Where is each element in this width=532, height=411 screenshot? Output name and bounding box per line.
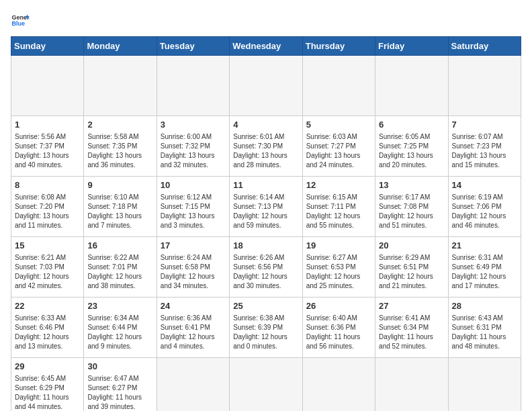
calendar-cell: 26Sunrise: 6:40 AMSunset: 6:36 PMDayligh… xyxy=(302,298,375,358)
calendar-cell xyxy=(448,358,521,412)
calendar-cell: 21Sunrise: 6:31 AMSunset: 6:49 PMDayligh… xyxy=(448,237,521,298)
day-number: 28 xyxy=(452,300,517,312)
logo-icon: General Blue xyxy=(11,11,30,30)
cell-text: Sunrise: 6:14 AM xyxy=(233,193,298,202)
cell-text: Sunset: 6:49 PM xyxy=(452,263,517,272)
cell-text: Sunrise: 6:26 AM xyxy=(233,253,298,263)
day-number: 29 xyxy=(15,361,80,373)
cell-text: Sunset: 6:34 PM xyxy=(379,323,444,332)
cell-text: Sunset: 6:44 PM xyxy=(87,323,152,332)
page-header: General Blue xyxy=(11,11,521,30)
calendar-cell: 22Sunrise: 6:33 AMSunset: 6:46 PMDayligh… xyxy=(11,298,84,358)
svg-text:Blue: Blue xyxy=(11,20,25,27)
calendar-cell: 23Sunrise: 6:34 AMSunset: 6:44 PMDayligh… xyxy=(84,298,157,358)
calendar-cell: 6Sunrise: 6:05 AMSunset: 7:25 PMDaylight… xyxy=(375,116,448,177)
day-number: 13 xyxy=(379,179,444,191)
cell-text: Daylight: 11 hours xyxy=(306,332,371,342)
calendar-cell: 20Sunrise: 6:29 AMSunset: 6:51 PMDayligh… xyxy=(375,237,448,298)
header-day: Sunday xyxy=(11,37,84,56)
cell-text: and 11 minutes. xyxy=(15,221,80,230)
calendar-cell: 2Sunrise: 5:58 AMSunset: 7:35 PMDaylight… xyxy=(84,116,157,177)
cell-text: Daylight: 13 hours xyxy=(87,151,152,161)
cell-text: and 44 minutes. xyxy=(15,402,80,411)
cell-text: Sunset: 6:46 PM xyxy=(15,323,80,332)
cell-text: Sunrise: 6:47 AM xyxy=(87,374,152,383)
header-day: Wednesday xyxy=(230,37,302,56)
cell-text: Sunset: 7:20 PM xyxy=(15,202,80,212)
week-row: 15Sunrise: 6:21 AMSunset: 7:03 PMDayligh… xyxy=(11,237,521,298)
cell-text: and 0 minutes. xyxy=(233,342,298,351)
cell-text: and 28 minutes. xyxy=(233,161,298,170)
cell-text: Sunset: 7:35 PM xyxy=(87,142,152,151)
calendar-cell xyxy=(157,358,229,412)
calendar-cell xyxy=(375,56,448,116)
header-row: SundayMondayTuesdayWednesdayThursdayFrid… xyxy=(11,37,521,56)
cell-text: Daylight: 13 hours xyxy=(452,151,517,161)
day-number: 18 xyxy=(233,240,298,252)
cell-text: Sunrise: 6:17 AM xyxy=(379,193,444,202)
day-number: 7 xyxy=(452,119,517,131)
cell-text: Sunrise: 6:00 AM xyxy=(161,132,226,142)
cell-text: and 38 minutes. xyxy=(87,281,152,291)
cell-text: Sunset: 6:53 PM xyxy=(306,263,371,272)
cell-text: Sunset: 7:13 PM xyxy=(233,202,298,212)
cell-text: Sunrise: 6:21 AM xyxy=(15,253,80,263)
cell-text: Daylight: 13 hours xyxy=(161,212,226,221)
day-number: 15 xyxy=(15,240,80,252)
cell-text: Sunset: 7:11 PM xyxy=(306,202,371,212)
calendar-cell: 4Sunrise: 6:01 AMSunset: 7:30 PMDaylight… xyxy=(230,116,302,177)
calendar-cell: 5Sunrise: 6:03 AMSunset: 7:27 PMDaylight… xyxy=(302,116,375,177)
cell-text: Sunset: 6:31 PM xyxy=(452,323,517,332)
cell-text: Daylight: 12 hours xyxy=(87,332,152,342)
cell-text: Sunset: 7:01 PM xyxy=(87,263,152,272)
cell-text: Sunset: 7:08 PM xyxy=(379,202,444,212)
cell-text: Sunset: 7:25 PM xyxy=(379,142,444,151)
cell-text: and 25 minutes. xyxy=(306,281,371,291)
cell-text: Sunset: 7:32 PM xyxy=(161,142,226,151)
cell-text: Daylight: 11 hours xyxy=(379,332,444,342)
calendar-cell: 12Sunrise: 6:15 AMSunset: 7:11 PMDayligh… xyxy=(302,177,375,237)
cell-text: and 48 minutes. xyxy=(452,342,517,351)
cell-text: Sunset: 7:30 PM xyxy=(233,142,298,151)
cell-text: Sunrise: 6:27 AM xyxy=(306,253,371,263)
calendar-table: SundayMondayTuesdayWednesdayThursdayFrid… xyxy=(11,36,521,411)
cell-text: and 32 minutes. xyxy=(161,161,226,170)
cell-text: Sunrise: 6:15 AM xyxy=(306,193,371,202)
day-number: 24 xyxy=(161,300,226,312)
day-number: 17 xyxy=(161,240,226,252)
calendar-cell: 15Sunrise: 6:21 AMSunset: 7:03 PMDayligh… xyxy=(11,237,84,298)
day-number: 4 xyxy=(233,119,298,131)
cell-text: Sunrise: 6:08 AM xyxy=(15,193,80,202)
cell-text: and 36 minutes. xyxy=(87,161,152,170)
cell-text: Sunset: 6:29 PM xyxy=(15,383,80,393)
day-number: 1 xyxy=(15,119,80,131)
cell-text: and 4 minutes. xyxy=(161,342,226,351)
day-number: 14 xyxy=(452,179,517,191)
cell-text: Sunset: 6:51 PM xyxy=(379,263,444,272)
day-number: 12 xyxy=(306,179,371,191)
calendar-cell: 11Sunrise: 6:14 AMSunset: 7:13 PMDayligh… xyxy=(230,177,302,237)
cell-text: Daylight: 12 hours xyxy=(452,272,517,281)
cell-text: and 46 minutes. xyxy=(452,221,517,230)
cell-text: Sunset: 7:23 PM xyxy=(452,142,517,151)
cell-text: Sunset: 7:15 PM xyxy=(161,202,226,212)
logo: General Blue xyxy=(11,11,30,30)
calendar-cell: 24Sunrise: 6:36 AMSunset: 6:41 PMDayligh… xyxy=(157,298,229,358)
cell-text: Sunset: 6:41 PM xyxy=(161,323,226,332)
cell-text: and 42 minutes. xyxy=(15,281,80,291)
cell-text: Daylight: 12 hours xyxy=(233,332,298,342)
calendar-cell: 14Sunrise: 6:19 AMSunset: 7:06 PMDayligh… xyxy=(448,177,521,237)
day-number: 26 xyxy=(306,300,371,312)
cell-text: and 30 minutes. xyxy=(233,281,298,291)
week-row xyxy=(11,56,521,116)
cell-text: Sunrise: 6:12 AM xyxy=(161,193,226,202)
calendar-cell: 9Sunrise: 6:10 AMSunset: 7:18 PMDaylight… xyxy=(84,177,157,237)
cell-text: Sunrise: 6:36 AM xyxy=(161,314,226,323)
cell-text: Sunrise: 5:56 AM xyxy=(15,132,80,142)
cell-text: Sunrise: 6:24 AM xyxy=(161,253,226,263)
calendar-cell xyxy=(157,56,229,116)
week-row: 8Sunrise: 6:08 AMSunset: 7:20 PMDaylight… xyxy=(11,177,521,237)
cell-text: Sunset: 6:27 PM xyxy=(87,383,152,393)
cell-text: Sunrise: 6:03 AM xyxy=(306,132,371,142)
cell-text: Sunrise: 6:05 AM xyxy=(379,132,444,142)
